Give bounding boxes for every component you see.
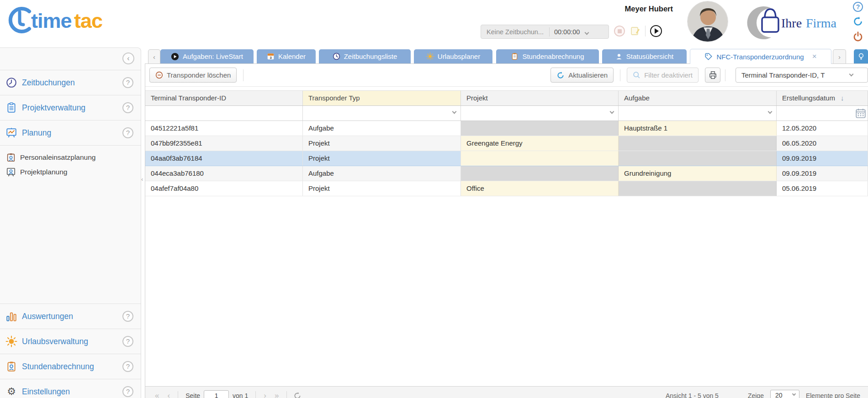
table-cell[interactable]: Aufgabe xyxy=(303,166,461,181)
sidebar-item-projektplanung[interactable]: Projektplanung xyxy=(0,165,141,179)
help-icon[interactable]: ? xyxy=(853,2,863,12)
user-name: Meyer Hubert xyxy=(625,5,673,13)
table-cell[interactable] xyxy=(461,121,619,136)
tab-kalender[interactable]: 3 Kalender xyxy=(257,49,316,63)
nfc-tag-icon xyxy=(704,52,713,61)
table-cell[interactable]: 04afef7af04a80 xyxy=(145,181,303,196)
help-icon[interactable]: ? xyxy=(122,386,133,397)
sun-icon xyxy=(5,335,18,347)
filter-toggle-button[interactable]: Filter deaktiviert xyxy=(627,68,699,83)
help-icon[interactable]: ? xyxy=(122,361,133,372)
sidebar-item-planung[interactable]: Planung ? xyxy=(0,120,141,146)
sidebar-item-auswertungen[interactable]: Auswertungen ? xyxy=(0,304,141,329)
refresh-icon[interactable] xyxy=(852,16,863,27)
toolbar: Transponder löschen Aktualisieren Filter… xyxy=(145,64,868,87)
column-header-projekt[interactable]: Projekt xyxy=(461,91,619,105)
refresh-button[interactable]: Aktualisieren xyxy=(550,68,614,83)
time-tracker-widget[interactable]: Keine Zeitbuchun... 00:00:00 xyxy=(481,25,609,39)
sidebar-item-projektverwaltung[interactable]: Projektverwaltung ? xyxy=(0,95,141,120)
sidebar-item-einstellungen[interactable]: ⚙ Einstellungen ? xyxy=(0,379,141,398)
table-row[interactable]: 04afef7af04a80 Projekt Office 05.06.2019 xyxy=(145,181,868,196)
table-cell[interactable]: 04aa0f3ab76184 xyxy=(145,151,303,166)
splitter-collapse-icon[interactable]: ‹ xyxy=(141,176,145,183)
table-cell[interactable]: Projekt xyxy=(303,181,461,196)
sidebar-item-label: Einstellungen xyxy=(22,387,70,397)
last-page-icon[interactable]: » xyxy=(270,391,283,398)
filter-input-id[interactable] xyxy=(145,106,302,120)
table-cell[interactable]: Office xyxy=(461,181,619,196)
sidebar-item-stundenabrechnung[interactable]: Stundenabrechnung ? xyxy=(0,354,141,379)
table-cell[interactable]: Hauptstraße 1 xyxy=(619,121,777,136)
help-icon[interactable]: ? xyxy=(122,127,133,138)
table-cell[interactable] xyxy=(619,136,777,151)
play-button[interactable] xyxy=(650,25,662,37)
next-page-icon[interactable]: › xyxy=(259,391,270,398)
tab-statusuebersicht[interactable]: Statusübersicht xyxy=(602,49,687,63)
tab-nfc-transponderzuordnung[interactable]: NFC-Transponderzuordnung × xyxy=(690,49,831,64)
timetac-logo: time tac xyxy=(5,2,119,39)
power-icon[interactable] xyxy=(852,31,863,42)
column-header-erstellungsdatum[interactable]: Erstellungsdatum ↓ xyxy=(777,91,868,105)
tab-urlaubsplaner[interactable]: Urlaubsplaner xyxy=(414,49,492,63)
filter-input-datum[interactable] xyxy=(777,106,868,120)
table-row[interactable]: 047bb9f2355e81 Projekt Greengate Energy … xyxy=(145,136,868,151)
tab-zeitbuchungsliste[interactable]: Zeitbuchungsliste xyxy=(319,49,411,63)
close-icon[interactable]: × xyxy=(812,53,817,60)
table-cell[interactable]: Aufgabe xyxy=(303,121,461,136)
delete-transponder-button[interactable]: Transponder löschen xyxy=(149,68,237,83)
filter-input-aufgabe[interactable] xyxy=(619,106,776,120)
avatar[interactable] xyxy=(687,1,728,42)
table-cell[interactable]: 09.09.2019 xyxy=(777,151,868,166)
table-cell[interactable] xyxy=(619,151,777,166)
sidebar-collapse-button[interactable]: ‹ xyxy=(122,52,134,64)
note-edit-icon[interactable] xyxy=(630,26,640,37)
sidebar-item-personaleinsatzplanung[interactable]: Personaleinsatzplanung xyxy=(0,150,141,165)
table-row[interactable]: 044eca3ab76180 Aufgabe Grundreinigung 09… xyxy=(145,166,868,181)
table-cell[interactable] xyxy=(619,181,777,196)
table-row[interactable]: 04512221a5f81 Aufgabe Hauptstraße 1 12.0… xyxy=(145,121,868,136)
table-cell[interactable]: 044eca3ab76180 xyxy=(145,166,303,181)
table-cell[interactable] xyxy=(461,151,619,166)
table-cell[interactable]: 05.06.2019 xyxy=(777,181,868,196)
help-icon[interactable]: ? xyxy=(122,336,133,347)
help-icon[interactable]: ? xyxy=(122,102,133,113)
tab-scroll-right-button[interactable]: › xyxy=(833,49,846,63)
filter-input-projekt[interactable] xyxy=(461,106,618,120)
tab-aufgaben-livestart[interactable]: Aufgaben: LiveStart xyxy=(160,49,254,63)
tab-scroll-left-button[interactable]: ‹ xyxy=(148,49,160,63)
main-content: ‹ Aufgaben: LiveStart 3 Kalender Zeitbuc… xyxy=(145,47,868,398)
column-header-terminal-transponder-id[interactable]: Terminal Transponder-ID xyxy=(145,91,303,105)
reload-icon[interactable] xyxy=(293,392,302,398)
table-row[interactable]: 04aa0f3ab76184 Projekt 09.09.2019 xyxy=(145,151,868,166)
page-number-input[interactable] xyxy=(204,390,229,398)
table-body: 04512221a5f81 Aufgabe Hauptstraße 1 12.0… xyxy=(145,121,868,196)
table-cell[interactable]: 04512221a5f81 xyxy=(145,121,303,136)
stop-button[interactable] xyxy=(614,26,625,37)
table-cell[interactable]: 047bb9f2355e81 xyxy=(145,136,303,151)
tab-stundenabrechnung[interactable]: Stundenabrechnung xyxy=(496,49,599,63)
calendar-picker-icon[interactable] xyxy=(855,107,867,119)
help-icon[interactable]: ? xyxy=(122,77,133,88)
table-cell[interactable]: 12.05.2020 xyxy=(777,121,868,136)
first-page-icon[interactable]: « xyxy=(151,391,163,398)
table-cell[interactable]: 06.05.2020 xyxy=(777,136,868,151)
filter-input-typ[interactable] xyxy=(303,106,460,120)
print-button[interactable] xyxy=(705,68,720,83)
tracker-dropdown[interactable] xyxy=(584,28,593,36)
help-icon[interactable]: ? xyxy=(122,311,133,322)
lightbulb-tile[interactable] xyxy=(854,49,868,63)
table-cell[interactable]: Projekt xyxy=(303,136,461,151)
column-header-transponder-typ[interactable]: Transponder Typ xyxy=(303,91,461,105)
table-cell[interactable]: Projekt xyxy=(303,151,461,166)
table-cell[interactable]: Grundreinigung xyxy=(619,166,777,181)
column-selector-dropdown[interactable]: Terminal Transponder-ID, T xyxy=(736,68,868,83)
sidebar-item-urlaubsverwaltung[interactable]: Urlaubsverwaltung ? xyxy=(0,329,141,354)
column-header-aufgabe[interactable]: Aufgabe xyxy=(619,91,777,105)
prev-page-icon[interactable]: ‹ xyxy=(163,391,174,398)
page-size-dropdown[interactable]: 20 xyxy=(770,390,799,398)
table-cell[interactable]: 09.09.2019 xyxy=(777,166,868,181)
sidebar-item-zeitbuchungen[interactable]: Zeitbuchungen ? xyxy=(0,70,141,95)
table-cell[interactable]: Greengate Energy xyxy=(461,136,619,151)
table-cell[interactable] xyxy=(461,166,619,181)
divider xyxy=(255,391,256,398)
